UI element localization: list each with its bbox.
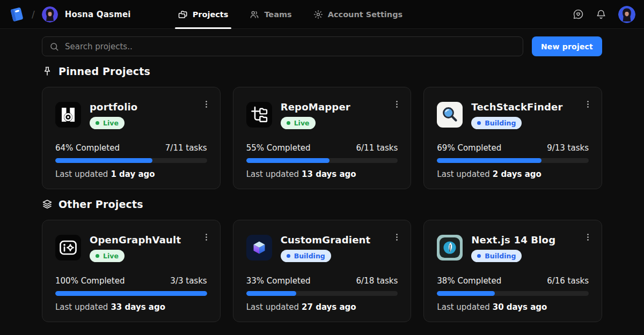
card-menu-kebab-icon[interactable]	[390, 98, 404, 111]
new-project-button[interactable]: New project	[532, 36, 602, 56]
progress-fill	[246, 158, 330, 163]
completed-label: 100% Completed	[55, 276, 125, 286]
card-header: OpenGraphVaultLive	[55, 235, 207, 262]
tasks-label: 6/18 tasks	[356, 276, 398, 286]
section-title: Pinned Projects	[58, 65, 150, 77]
user-avatar-small[interactable]	[42, 6, 58, 23]
status-badge: Live	[90, 250, 125, 262]
chat-heart-icon[interactable]	[573, 9, 584, 20]
status-dot	[287, 254, 290, 258]
project-name: portfolio	[90, 102, 137, 113]
project-name: RepoMapper	[281, 102, 350, 113]
card-header: portfolioLive	[55, 102, 207, 129]
progress-bar	[55, 158, 207, 163]
stats-row: 69% Completed9/13 tasks	[437, 143, 589, 153]
card-menu-kebab-icon[interactable]	[200, 230, 213, 244]
search-input[interactable]	[65, 42, 516, 51]
status-badge: Building	[471, 117, 522, 129]
card-menu-kebab-icon[interactable]	[390, 230, 404, 244]
status-dot	[477, 254, 481, 258]
opengraphvault-logo	[55, 235, 81, 260]
progress-bar	[437, 158, 589, 163]
updated-prefix: Last updated	[55, 302, 108, 312]
card-header: CustomGradientBuilding	[246, 235, 398, 262]
status-label: Live	[294, 119, 310, 127]
project-card[interactable]: CustomGradientBuilding33% Completed6/18 …	[233, 220, 412, 322]
users-icon	[250, 10, 259, 19]
main-content: New project Pinned ProjectsportfolioLive…	[0, 29, 644, 322]
tasks-label: 6/16 tasks	[547, 276, 589, 286]
last-updated: Last updated33 days ago	[55, 302, 207, 312]
tab-account-settings[interactable]: Account Settings	[313, 0, 402, 29]
status-label: Building	[294, 252, 325, 260]
card-menu-kebab-icon[interactable]	[200, 98, 213, 111]
project-card[interactable]: TechStackFinderBuilding69% Completed9/13…	[423, 87, 602, 189]
tab-projects[interactable]: Projects	[178, 0, 229, 29]
tasks-label: 3/3 tasks	[170, 276, 207, 286]
navbar-left: / Hosna Qasmei	[9, 6, 131, 23]
updated-value: 13 days ago	[302, 169, 356, 179]
tasks-label: 9/13 tasks	[547, 143, 589, 153]
completed-label: 64% Completed	[55, 143, 120, 153]
top-navbar: / Hosna Qasmei ProjectsTeamsAccount Sett…	[0, 0, 644, 29]
completed-label: 38% Completed	[437, 276, 501, 286]
project-card[interactable]: portfolioLive64% Completed7/11 tasksLast…	[42, 87, 221, 189]
project-card[interactable]: OpenGraphVaultLive100% Completed3/3 task…	[42, 220, 221, 322]
search-box[interactable]	[42, 36, 523, 56]
updated-prefix: Last updated	[437, 302, 489, 312]
updated-value: 1 day ago	[111, 169, 155, 179]
status-badge: Building	[281, 250, 331, 262]
status-dot	[287, 121, 290, 125]
pin-icon	[42, 66, 53, 77]
user-avatar[interactable]	[618, 6, 635, 23]
progress-fill	[437, 291, 494, 296]
progress-fill	[55, 158, 152, 163]
section-title: Other Projects	[58, 198, 143, 210]
completed-label: 33% Completed	[246, 276, 311, 286]
status-dot	[96, 254, 99, 258]
progress-bar	[246, 158, 398, 163]
last-updated: Last updated30 days ago	[437, 302, 589, 312]
section-heading-other: Other Projects	[42, 198, 602, 210]
progress-fill	[246, 291, 296, 296]
techstackfinder-logo	[437, 102, 463, 128]
status-label: Building	[485, 252, 516, 260]
folder-copy-icon	[178, 10, 188, 19]
app-logo-book-icon[interactable]	[9, 6, 25, 23]
updated-value: 2 days ago	[493, 169, 541, 179]
project-card[interactable]: RepoMapperLive55% Completed6/11 tasksLas…	[233, 87, 412, 189]
last-updated: Last updated1 day ago	[55, 169, 207, 179]
status-dot	[477, 121, 481, 125]
bell-icon[interactable]	[596, 9, 606, 20]
tab-label: Teams	[264, 10, 291, 19]
tab-label: Account Settings	[328, 10, 402, 19]
status-label: Live	[103, 119, 119, 127]
stats-row: 38% Completed6/16 tasks	[437, 276, 589, 286]
updated-value: 27 days ago	[302, 302, 356, 312]
repomapper-logo	[246, 102, 272, 128]
progress-fill	[437, 158, 541, 163]
tab-teams[interactable]: Teams	[250, 0, 291, 29]
card-menu-kebab-icon[interactable]	[581, 98, 595, 111]
status-badge: Live	[90, 117, 125, 129]
updated-prefix: Last updated	[246, 169, 299, 179]
project-card[interactable]: Next.js 14 BlogBuilding38% Completed6/16…	[423, 220, 602, 322]
card-menu-kebab-icon[interactable]	[581, 230, 595, 244]
cards-grid-pinned: portfolioLive64% Completed7/11 tasksLast…	[42, 87, 602, 189]
completed-label: 69% Completed	[437, 143, 501, 153]
status-dot	[96, 121, 99, 125]
stats-row: 100% Completed3/3 tasks	[55, 276, 207, 286]
stats-row: 55% Completed6/11 tasks	[246, 143, 398, 153]
status-badge: Live	[281, 117, 316, 129]
last-updated: Last updated27 days ago	[246, 302, 398, 312]
breadcrumb-separator: /	[32, 9, 35, 20]
cards-grid-other: OpenGraphVaultLive100% Completed3/3 task…	[42, 220, 602, 322]
project-name: Next.js 14 Blog	[471, 235, 555, 246]
toolbar: New project	[42, 36, 602, 56]
updated-prefix: Last updated	[246, 302, 299, 312]
tasks-label: 6/11 tasks	[356, 143, 398, 153]
stats-row: 33% Completed6/18 tasks	[246, 276, 398, 286]
gear-icon	[313, 10, 323, 19]
tab-label: Projects	[193, 10, 229, 19]
stats-row: 64% Completed7/11 tasks	[55, 143, 207, 153]
